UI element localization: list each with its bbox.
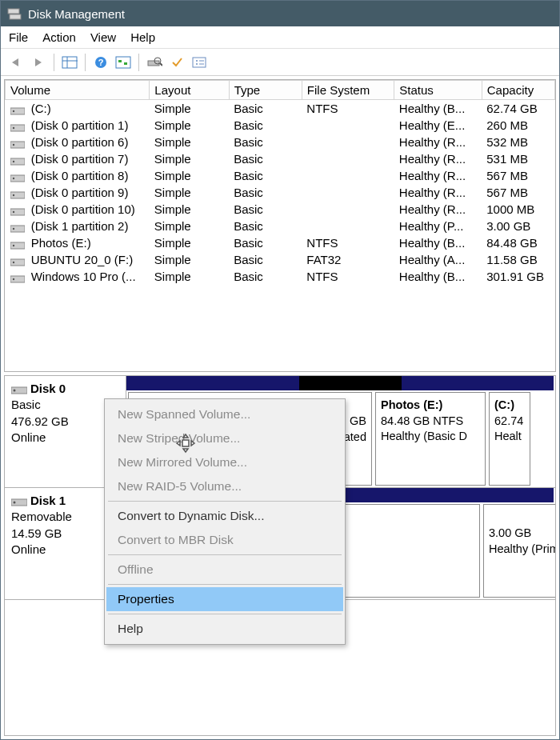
volume-row[interactable]: (Disk 0 partition 1)SimpleBasicHealthy (… bbox=[6, 117, 555, 134]
settings-button[interactable] bbox=[189, 52, 210, 73]
volume-row[interactable]: (Disk 0 partition 6)SimpleBasicHealthy (… bbox=[6, 134, 555, 150]
titlebar[interactable]: Disk Management bbox=[1, 1, 559, 26]
volume-row[interactable]: (Disk 1 partition 2)SimpleBasicHealthy (… bbox=[6, 218, 555, 234]
window-title: Disk Management bbox=[28, 7, 125, 21]
separator bbox=[138, 54, 139, 71]
svg-rect-30 bbox=[10, 209, 25, 215]
partition-line2: 3.00 GB bbox=[489, 526, 556, 542]
menu-item-new-mirrored-volume: New Mirrored Volume... bbox=[106, 450, 343, 474]
svg-rect-32 bbox=[10, 226, 25, 232]
svg-point-43 bbox=[14, 502, 16, 504]
disk0-state: Online bbox=[11, 430, 119, 446]
forward-button[interactable] bbox=[28, 52, 49, 73]
content-area: VolumeLayoutTypeFile SystemStatusCapacit… bbox=[1, 76, 559, 739]
volume-icon bbox=[10, 155, 25, 165]
svg-rect-22 bbox=[10, 142, 25, 148]
partition-box[interactable]: Photos (E:)84.48 GB NTFSHealthy (Basic D bbox=[375, 392, 486, 486]
volume-name: (Disk 0 partition 6) bbox=[28, 135, 129, 149]
svg-rect-1 bbox=[10, 14, 21, 19]
volume-row[interactable]: (Disk 0 partition 10)SimpleBasicHealthy … bbox=[6, 201, 555, 218]
svg-point-15 bbox=[196, 63, 198, 65]
column-header-type[interactable]: Type bbox=[229, 81, 302, 100]
menu-separator bbox=[108, 614, 342, 614]
disk1-size: 14.59 GB bbox=[11, 526, 119, 542]
allocation-stripe bbox=[402, 376, 512, 390]
column-header-file-system[interactable]: File System bbox=[302, 81, 394, 100]
disk1-name: Disk 1 bbox=[30, 494, 66, 507]
menu-item-new-spanned-volume: New Spanned Volume... bbox=[106, 402, 343, 426]
volume-name: UBUNTU 20_0 (F:) bbox=[28, 253, 134, 266]
menu-help[interactable]: Help bbox=[130, 30, 155, 44]
volume-icon bbox=[10, 222, 25, 232]
partition-box[interactable]: 3.00 GBHealthy (Primary bbox=[483, 504, 556, 598]
volume-table[interactable]: VolumeLayoutTypeFile SystemStatusCapacit… bbox=[5, 80, 555, 285]
partition-box[interactable]: (C:)62.74Healt bbox=[489, 392, 530, 486]
action-list-button[interactable] bbox=[166, 52, 187, 73]
volume-row[interactable]: Windows 10 Pro (...SimpleBasicNTFSHealth… bbox=[6, 268, 555, 285]
menu-item-properties[interactable]: Properties bbox=[106, 587, 343, 611]
svg-point-31 bbox=[12, 211, 14, 213]
volume-name: Windows 10 Pro (... bbox=[28, 270, 136, 283]
column-header-status[interactable]: Status bbox=[394, 81, 482, 100]
volume-row[interactable]: Photos (E:)SimpleBasicNTFSHealthy (B...8… bbox=[6, 234, 555, 251]
column-header-layout[interactable]: Layout bbox=[150, 81, 229, 100]
back-button[interactable] bbox=[6, 52, 26, 73]
svg-rect-7 bbox=[116, 57, 130, 68]
disk0-name: Disk 0 bbox=[30, 382, 66, 395]
volume-name: (Disk 0 partition 9) bbox=[28, 186, 129, 199]
svg-point-35 bbox=[12, 245, 14, 246]
menu-item-convert-to-dynamic-disk[interactable]: Convert to Dynamic Disk... bbox=[106, 504, 343, 528]
volume-row[interactable]: (Disk 0 partition 9)SimpleBasicHealthy (… bbox=[6, 184, 555, 201]
svg-point-19 bbox=[12, 110, 14, 112]
volume-icon bbox=[10, 189, 25, 198]
volume-icon bbox=[10, 138, 25, 148]
column-header-volume[interactable]: Volume bbox=[6, 81, 150, 100]
svg-point-39 bbox=[12, 278, 14, 280]
volume-name: Photos (E:) bbox=[28, 236, 91, 250]
svg-rect-8 bbox=[118, 60, 122, 62]
svg-rect-34 bbox=[10, 242, 25, 249]
disk-icon bbox=[11, 496, 27, 507]
refresh-button[interactable] bbox=[113, 52, 134, 73]
menu-separator bbox=[108, 584, 342, 585]
partition-line3: Healthy (Primary bbox=[489, 542, 556, 558]
svg-point-37 bbox=[12, 262, 14, 263]
menu-action[interactable]: Action bbox=[42, 30, 76, 44]
volume-row[interactable]: (Disk 0 partition 8)SimpleBasicHealthy (… bbox=[6, 167, 555, 184]
svg-point-14 bbox=[196, 60, 198, 62]
separator bbox=[54, 54, 54, 71]
volume-icon bbox=[10, 239, 25, 249]
disk-context-menu[interactable]: New Spanned Volume...New Striped Volume.… bbox=[104, 398, 346, 645]
menu-file[interactable]: File bbox=[9, 30, 28, 44]
svg-text:?: ? bbox=[98, 58, 104, 67]
disk0-kind: Basic bbox=[11, 397, 119, 413]
svg-rect-38 bbox=[10, 276, 25, 282]
svg-point-27 bbox=[12, 178, 14, 179]
allocation-stripe bbox=[512, 376, 554, 390]
volume-icon bbox=[10, 105, 25, 114]
allocation-stripe bbox=[178, 376, 299, 390]
svg-point-33 bbox=[12, 228, 14, 230]
volume-name: (Disk 0 partition 1) bbox=[28, 118, 129, 132]
volume-name: (C:) bbox=[28, 102, 51, 115]
menu-item-new-striped-volume: New Striped Volume... bbox=[106, 426, 343, 450]
volume-name: (Disk 0 partition 10) bbox=[28, 202, 135, 216]
disk1-kind: Removable bbox=[11, 509, 119, 525]
menu-view[interactable]: View bbox=[90, 30, 116, 44]
help-button[interactable]: ? bbox=[90, 52, 111, 73]
graphical-view-panel: Disk 0 Basic 476.92 GB Online GBocatedPh… bbox=[4, 375, 556, 736]
column-header-capacity[interactable]: Capacity bbox=[482, 81, 554, 100]
menu-item-convert-to-mbr-disk: Convert to MBR Disk bbox=[106, 528, 343, 552]
volume-row[interactable]: UBUNTU 20_0 (F:)SimpleBasicFAT32Healthy … bbox=[6, 251, 555, 268]
svg-rect-13 bbox=[193, 58, 206, 67]
separator bbox=[85, 54, 86, 71]
volume-name: (Disk 0 partition 8) bbox=[28, 169, 129, 182]
show-hide-tree-button[interactable] bbox=[59, 52, 80, 73]
menu-item-help[interactable]: Help bbox=[106, 617, 343, 641]
volume-row[interactable]: (Disk 0 partition 7)SimpleBasicHealthy (… bbox=[6, 150, 555, 167]
partition-line3: Healt bbox=[494, 429, 525, 445]
svg-rect-20 bbox=[10, 125, 25, 131]
menu-item-new-raid-5-volume: New RAID-5 Volume... bbox=[106, 474, 343, 498]
volume-row[interactable]: (C:)SimpleBasicNTFSHealthy (B...62.74 GB bbox=[6, 100, 555, 118]
rescan-button[interactable] bbox=[144, 52, 165, 73]
